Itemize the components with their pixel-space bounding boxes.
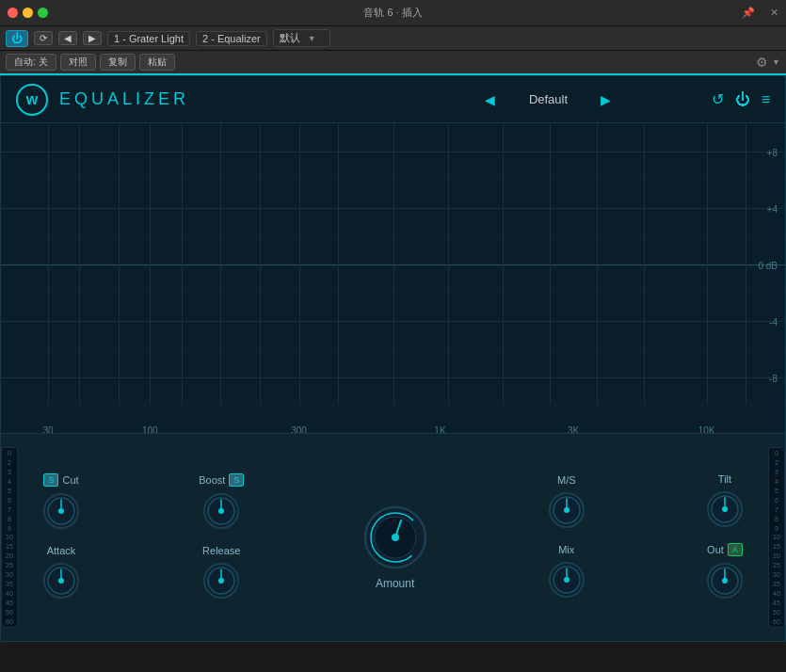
track-name[interactable]: 1 - Grater Light [107,31,190,46]
tilt-out-group: Tilt Out A [704,473,746,601]
w-logo: w [16,84,48,116]
out-knob[interactable] [704,560,746,601]
boost-label: Boost S [199,473,244,487]
window-close-icon[interactable]: ✕ [770,7,778,19]
boost-knob-group: Boost S [199,473,244,532]
out-label: Out A [707,543,743,556]
gridline-v15 [644,123,645,405]
gear-dropdown-arrow: ▼ [772,57,780,67]
gridline-v9 [338,123,339,405]
attack-label: Attack [47,545,76,556]
freq-3k: 3K [568,425,579,434]
amount-label: Amount [376,577,414,590]
gridline-v12 [503,123,504,405]
out-a-badge[interactable]: A [728,543,743,556]
close-button[interactable] [8,8,18,18]
amount-knob[interactable] [361,504,429,571]
freq-30: 30 [42,425,53,434]
tilt-label: Tilt [718,473,731,485]
cut-s-badge[interactable]: S [43,473,58,487]
freq-300: 300 [291,425,307,434]
left-knob-group: S Cut Attack [40,473,82,601]
gridline-v13 [550,123,551,405]
mix-knob[interactable] [546,559,587,600]
header-controls: ↺ ⏻ ≡ [712,90,770,108]
title-bar: 音轨 6 · 插入 📌 ✕ [0,0,786,26]
gridline-v8 [299,123,300,405]
gear-icon[interactable]: ⚙ [756,55,768,70]
plugin-power-icon[interactable]: ⏻ [735,91,750,108]
controls-inner: S Cut Attack [40,447,746,628]
menu-icon[interactable]: ≡ [762,91,770,108]
gear-area: ⚙ ▼ [756,55,780,70]
controls-section: 0 2 3 4 5 6 7 8 9 10 15 20 25 30 35 40 4… [1,434,785,641]
attack-knob[interactable] [40,560,82,601]
preset-next-button[interactable]: ▶ [601,92,611,107]
gridline-v3 [119,123,120,405]
plugin-header: w EQUALIZER ◀ Default ▶ ↺ ⏻ ≡ [1,76,785,123]
boost-knob[interactable] [201,490,242,532]
preset-selector[interactable]: 默认 ▼ [273,29,330,47]
gridline-v10 [393,123,394,405]
vu-meter-left: 0 2 3 4 5 6 7 8 9 10 15 20 25 30 35 40 4… [1,447,18,628]
loop-button[interactable]: ⟳ [34,31,53,45]
db-label-plus8: +8 [767,148,778,158]
reset-icon[interactable]: ↺ [712,90,724,108]
toolbar2: 自动: 关 对照 复制 粘贴 ⚙ ▼ [0,51,786,75]
preset-display: Default [510,92,585,106]
compare-button[interactable]: 对照 [60,54,96,71]
power-icon: ⏻ [11,32,23,45]
ms-knob-group: M/S [546,474,587,531]
gridline-v17 [746,123,746,405]
cut-knob[interactable] [40,490,82,532]
gridline-v11 [448,123,449,405]
power-button[interactable]: ⏻ [6,30,28,47]
db-label-zero: 0 dB [758,261,778,271]
plugin-name[interactable]: 2 - Equalizer [196,31,267,46]
gridline-v14 [597,123,598,405]
attack-knob-group: Attack [40,545,82,601]
pin-icon[interactable]: 📌 [742,7,755,19]
cut-knob-group: S Cut [40,473,82,532]
db-label-minus4: -4 [769,317,778,328]
back-button[interactable]: ◀ [58,31,77,45]
ms-label: M/S [557,474,576,486]
boost-s-badge[interactable]: S [229,473,244,487]
boost-release-group: Boost S Release [199,473,244,601]
ms-knob[interactable] [546,489,587,531]
plugin-title: EQUALIZER [59,89,385,109]
gridline-v5 [182,123,183,405]
copy-button[interactable]: 复制 [100,54,136,71]
plugin-container: w EQUALIZER ◀ Default ▶ ↺ ⏻ ≡ [0,75,786,642]
db-label-minus8: -8 [769,374,778,384]
gridline-v7 [260,123,261,405]
traffic-lights [8,8,48,18]
eq-display: +8 +4 0 dB -4 -8 30 100 300 1K 3K 10K [1,123,785,434]
db-label-plus4: +4 [767,204,778,215]
release-knob-group: Release [201,545,242,601]
release-knob[interactable] [201,560,242,601]
gridline-v6 [220,123,221,405]
forward-button[interactable]: ▶ [83,31,102,45]
gridline-v16 [707,123,708,405]
preset-nav: ◀ Default ▶ [385,92,711,107]
gridline-v1 [48,123,49,405]
preset-value: 默认 [280,31,300,45]
auto-button[interactable]: 自动: 关 [6,54,56,71]
paste-button[interactable]: 粘贴 [139,54,175,71]
freq-1k: 1K [434,425,445,434]
window-title: 音轨 6 · 插入 [363,6,422,20]
mix-knob-group: Mix [546,544,587,600]
ms-mix-group: M/S Mix [546,474,587,600]
tilt-knob[interactable] [704,488,746,530]
amount-knob-group: Amount [361,485,429,590]
maximize-button[interactable] [38,8,48,18]
out-knob-group: Out A [704,543,746,601]
release-label: Release [202,545,240,556]
preset-prev-button[interactable]: ◀ [485,92,495,107]
freq-10k: 10K [698,425,715,434]
toolbar1: ⏻ ⟳ ◀ ▶ 1 - Grater Light 2 - Equalizer 默… [0,26,786,51]
minimize-button[interactable] [23,8,33,18]
vu-meter-right: 0 2 3 4 5 6 7 8 9 10 15 20 25 30 35 40 4… [768,447,785,628]
tilt-knob-group: Tilt [704,473,746,530]
